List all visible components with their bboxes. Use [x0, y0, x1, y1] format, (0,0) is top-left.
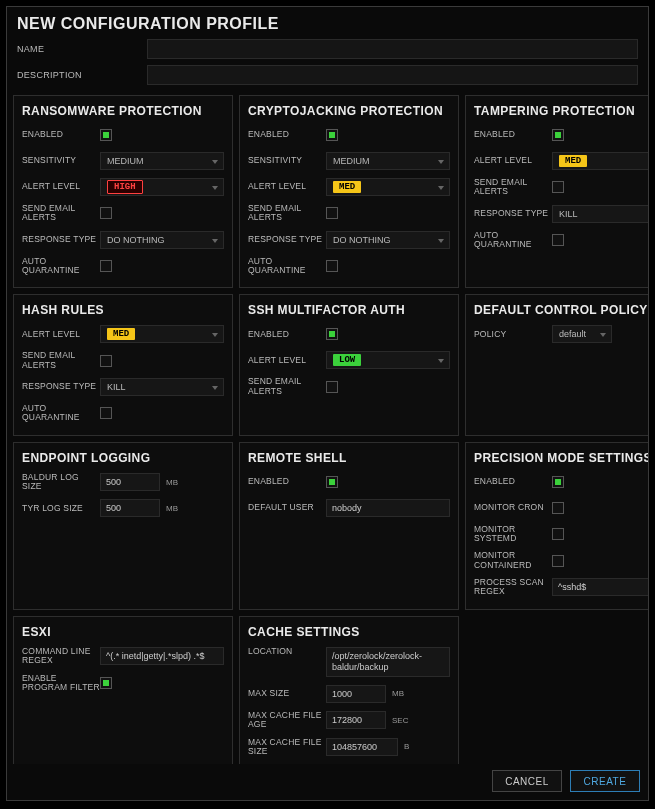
- name-input[interactable]: [147, 39, 638, 59]
- panel-title: PRECISION MODE SETTINGS: [474, 451, 648, 465]
- policy-label: POLICY: [474, 330, 552, 339]
- ssh-multifactor-panel: SSH MULTIFACTOR AUTH ENABLED ALERT LEVEL…: [239, 294, 459, 435]
- auto-quarantine-checkbox[interactable]: [552, 234, 564, 246]
- max-cache-file-age-input[interactable]: [326, 711, 386, 729]
- alert-level-label: ALERT LEVEL: [22, 182, 100, 191]
- enabled-label: ENABLED: [474, 130, 552, 139]
- sensitivity-select[interactable]: MEDIUM: [326, 152, 450, 170]
- alert-level-label: ALERT LEVEL: [22, 330, 100, 339]
- monitor-cron-checkbox[interactable]: [552, 502, 564, 514]
- send-email-checkbox[interactable]: [326, 207, 338, 219]
- dialog-header: NEW CONFIGURATION PROFILE NAME DESCRIPTI…: [7, 7, 648, 95]
- response-type-label: RESPONSE TYPE: [22, 235, 100, 244]
- default-policy-panel: DEFAULT CONTROL POLICY POLICYdefault: [465, 294, 648, 435]
- unit-mb: MB: [392, 689, 404, 698]
- alert-level-select[interactable]: MED: [100, 325, 224, 343]
- enabled-checkbox[interactable]: [552, 129, 564, 141]
- precision-mode-panel: PRECISION MODE SETTINGS ENABLED MONITOR …: [465, 442, 648, 610]
- ransomware-panel: RANSOMWARE PROTECTION ENABLED SENSITIVIT…: [13, 95, 233, 288]
- auto-quarantine-label: AUTO QUARANTINE: [248, 257, 326, 276]
- alert-level-label: ALERT LEVEL: [248, 182, 326, 191]
- send-email-checkbox[interactable]: [326, 381, 338, 393]
- enabled-checkbox[interactable]: [326, 328, 338, 340]
- panel-title: REMOTE SHELL: [248, 451, 450, 465]
- alert-level-select[interactable]: MED: [552, 152, 648, 170]
- esxi-panel: ESXI COMMAND LINE REGEX ENABLE PROGRAM F…: [13, 616, 233, 764]
- hash-rules-panel: HASH RULES ALERT LEVELMED SEND EMAIL ALE…: [13, 294, 233, 435]
- alert-level-select[interactable]: MED: [326, 178, 450, 196]
- response-type-select[interactable]: DO NOTHING: [100, 231, 224, 249]
- command-line-regex-input[interactable]: [100, 647, 224, 665]
- baldur-log-label: BALDUR LOG SIZE: [22, 473, 100, 492]
- sensitivity-label: SENSITIVITY: [248, 156, 326, 165]
- monitor-cron-label: MONITOR CRON: [474, 503, 552, 512]
- monitor-containerd-label: MONITOR CONTAINERD: [474, 551, 552, 570]
- send-email-checkbox[interactable]: [100, 355, 112, 367]
- max-size-input[interactable]: [326, 685, 386, 703]
- enabled-checkbox[interactable]: [552, 476, 564, 488]
- dialog-title: NEW CONFIGURATION PROFILE: [17, 15, 638, 33]
- policy-select[interactable]: default: [552, 325, 612, 343]
- response-type-label: RESPONSE TYPE: [248, 235, 326, 244]
- enabled-label: ENABLED: [22, 130, 100, 139]
- enabled-checkbox[interactable]: [326, 476, 338, 488]
- enabled-checkbox[interactable]: [326, 129, 338, 141]
- process-scan-regex-input[interactable]: [552, 578, 648, 596]
- enable-program-filter-label: ENABLE PROGRAM FILTER: [22, 674, 100, 693]
- sensitivity-select[interactable]: MEDIUM: [100, 152, 224, 170]
- enabled-label: ENABLED: [474, 477, 552, 486]
- location-label: LOCATION: [248, 647, 326, 656]
- response-type-select[interactable]: KILL: [552, 205, 648, 223]
- response-type-select[interactable]: KILL: [100, 378, 224, 396]
- auto-quarantine-checkbox[interactable]: [326, 260, 338, 272]
- panel-title: DEFAULT CONTROL POLICY: [474, 303, 648, 317]
- auto-quarantine-checkbox[interactable]: [100, 407, 112, 419]
- response-type-select[interactable]: DO NOTHING: [326, 231, 450, 249]
- panel-title: CRYPTOJACKING PROTECTION: [248, 104, 450, 118]
- alert-level-select[interactable]: LOW: [326, 351, 450, 369]
- panel-title: ESXI: [22, 625, 224, 639]
- enabled-label: ENABLED: [248, 130, 326, 139]
- new-config-profile-dialog: NEW CONFIGURATION PROFILE NAME DESCRIPTI…: [6, 6, 649, 801]
- baldur-log-input[interactable]: [100, 473, 160, 491]
- enabled-label: ENABLED: [248, 477, 326, 486]
- monitor-systemd-label: MONITOR SYSTEMD: [474, 525, 552, 544]
- panel-title: TAMPERING PROTECTION: [474, 104, 648, 118]
- create-button[interactable]: CREATE: [570, 770, 640, 792]
- tyr-log-input[interactable]: [100, 499, 160, 517]
- default-user-input[interactable]: [326, 499, 450, 517]
- monitor-containerd-checkbox[interactable]: [552, 555, 564, 567]
- panel-title: RANSOMWARE PROTECTION: [22, 104, 224, 118]
- panel-title: HASH RULES: [22, 303, 224, 317]
- send-email-label: SEND EMAIL ALERTS: [248, 204, 326, 223]
- name-label: NAME: [17, 44, 147, 54]
- alert-level-label: ALERT LEVEL: [248, 356, 326, 365]
- send-email-checkbox[interactable]: [100, 207, 112, 219]
- send-email-label: SEND EMAIL ALERTS: [474, 178, 552, 197]
- tampering-panel: TAMPERING PROTECTION ENABLED ALERT LEVEL…: [465, 95, 648, 288]
- response-type-label: RESPONSE TYPE: [22, 382, 100, 391]
- send-email-checkbox[interactable]: [552, 181, 564, 193]
- enable-program-filter-checkbox[interactable]: [100, 677, 112, 689]
- alert-level-select[interactable]: HIGH: [100, 178, 224, 196]
- cancel-button[interactable]: CANCEL: [492, 770, 562, 792]
- unit-sec: SEC: [392, 716, 408, 725]
- panel-title: CACHE SETTINGS: [248, 625, 450, 639]
- description-input[interactable]: [147, 65, 638, 85]
- auto-quarantine-label: AUTO QUARANTINE: [22, 257, 100, 276]
- remote-shell-panel: REMOTE SHELL ENABLED DEFAULT USER: [239, 442, 459, 610]
- auto-quarantine-checkbox[interactable]: [100, 260, 112, 272]
- monitor-systemd-checkbox[interactable]: [552, 528, 564, 540]
- unit-b: B: [404, 742, 409, 751]
- panel-title: SSH MULTIFACTOR AUTH: [248, 303, 450, 317]
- auto-quarantine-label: AUTO QUARANTINE: [22, 404, 100, 423]
- tyr-log-label: TYR LOG SIZE: [22, 504, 100, 513]
- max-cache-file-size-input[interactable]: [326, 738, 398, 756]
- enabled-checkbox[interactable]: [100, 129, 112, 141]
- dialog-footer: CANCEL CREATE: [7, 764, 648, 800]
- send-email-label: SEND EMAIL ALERTS: [22, 351, 100, 370]
- response-type-label: RESPONSE TYPE: [474, 209, 552, 218]
- location-input[interactable]: /opt/zerolock/zerolock-baldur/backup: [326, 647, 450, 677]
- default-user-label: DEFAULT USER: [248, 503, 326, 512]
- alert-level-label: ALERT LEVEL: [474, 156, 552, 165]
